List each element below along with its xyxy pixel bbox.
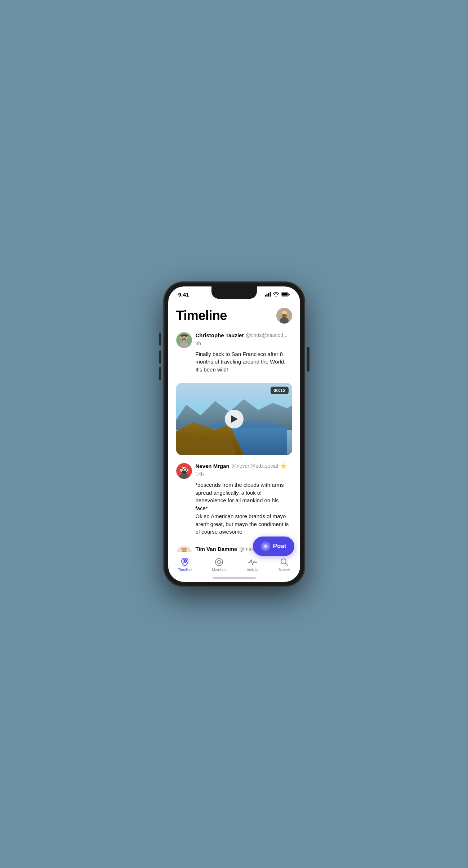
post-avatar[interactable] [176,332,192,348]
play-button[interactable] [225,410,244,428]
svg-rect-33 [184,469,186,471]
post-avatar[interactable] [176,463,192,479]
user-avatar[interactable] [276,308,292,324]
post-content: Finally back to San Francisco after 8 mo… [176,350,292,374]
post-fab-button[interactable]: Post [253,537,294,556]
notch [211,286,257,299]
page-title: Timeline [176,308,227,323]
post-avatar[interactable] [176,546,192,552]
home-indicator [168,575,300,582]
post-item: Christophe Tauziet @chris@mastod... 8h F… [168,328,300,379]
post-content: *descends from the clouds with arms spre… [176,481,292,536]
compose-icon [263,543,268,549]
phone-frame: 9:41 [164,282,304,586]
post-name-row: Christophe Tauziet @chris@mastod... 8h [196,332,292,346]
post-author-handle: @chris@mastod... [246,332,288,338]
nav-label-mentions: Mentions [212,568,227,572]
svg-rect-1 [266,294,267,297]
post-meta: Neven Mrgan @neven@pdx.social ⭐ 14h [196,463,292,477]
home-bar [213,577,256,579]
play-icon [231,415,238,423]
status-time: 9:41 [178,291,189,298]
post-author-name: Neven Mrgan [196,463,229,469]
svg-point-42 [181,548,187,551]
avatar-chris [176,332,192,348]
svg-point-35 [180,469,181,471]
post-fab-label: Post [273,543,286,550]
star-badge: ⭐ [280,463,286,469]
svg-rect-6 [281,293,288,296]
post-meta: Christophe Tauziet @chris@mastod... 8h [196,332,292,346]
post-author-handle: @neven@pdx.social [232,463,278,469]
avatar-image [276,308,292,324]
svg-point-48 [218,560,221,564]
svg-point-46 [184,560,186,562]
post-time: 8h [196,340,201,346]
svg-point-9 [282,314,287,317]
nav-item-activity[interactable]: Activity [242,556,263,573]
timeline-icon [180,557,190,567]
search-icon [280,557,289,567]
video-thumbnail[interactable]: 00:12 [176,383,292,455]
phone-screen: 9:41 [168,286,300,582]
svg-point-36 [187,469,188,471]
post-header: Neven Mrgan @neven@pdx.social ⭐ 14h [176,463,292,479]
battery-icon [281,292,290,297]
post-author-name: Tim Van Damme [196,546,237,552]
post-name-row: Neven Mrgan @neven@pdx.social ⭐ 14h [196,463,292,477]
svg-point-34 [182,471,187,474]
scroll-area[interactable]: Timeline [168,301,300,552]
post-author-name: Christophe Tauziet [196,332,244,338]
nav-label-activity: Activity [247,568,258,572]
status-icons [265,292,290,297]
post-fab-icon [261,542,270,551]
svg-rect-0 [265,295,266,297]
svg-rect-2 [268,293,269,297]
wifi-icon [273,292,279,297]
avatar-neven [176,463,192,479]
svg-line-51 [285,563,288,566]
video-duration: 00:12 [271,387,288,394]
signal-icon [265,292,271,297]
activity-icon [248,557,257,567]
svg-point-19 [182,339,186,342]
header: Timeline [168,301,300,328]
nav-item-search[interactable]: Search [274,556,294,573]
nav-label-search: Search [278,568,290,572]
nav-item-mentions[interactable]: Mentions [208,556,231,573]
mentions-icon [214,557,224,567]
avatar-tim [176,546,192,552]
nav-item-timeline[interactable]: Timeline [174,556,196,573]
post-header: Christophe Tauziet @chris@mastod... 8h [176,332,292,348]
post-time: 14h [196,471,204,477]
svg-rect-3 [269,292,271,297]
nav-label-timeline: Timeline [178,568,192,572]
svg-rect-5 [289,294,290,295]
post-item: Neven Mrgan @neven@pdx.social ⭐ 14h *des… [168,459,300,542]
